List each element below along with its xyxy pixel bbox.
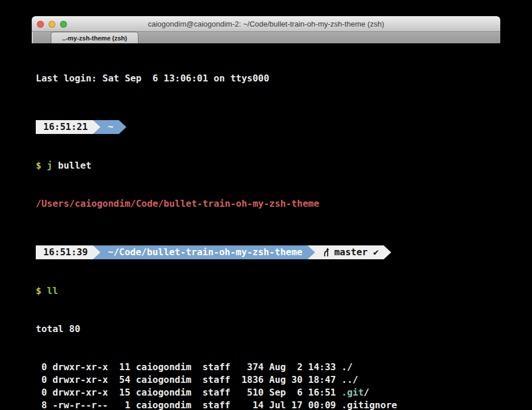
powerline-arrow-icon [308, 245, 315, 259]
powerline-arrow-icon [384, 245, 391, 259]
listing-row-meta: 0 drwxr-xr-x 54 caiogondim staff 1836 Au… [36, 374, 342, 385]
window-title: caiogondim@caiogondim-2: ~/Code/bullet-t… [32, 20, 500, 28]
powerline-arrow-icon [93, 245, 100, 259]
git-clean-check-icon: ✔ [373, 246, 379, 259]
directory-listing: 0 drwxr-xr-x 11 caiogondim staff 374 Aug… [36, 361, 500, 410]
listing-file-name: ./ [342, 361, 353, 372]
listing-file-name: .gitignore [342, 400, 397, 410]
listing-row-meta: 0 drwxr-xr-x 15 caiogondim staff 510 Sep… [36, 387, 342, 398]
listing-file-name: ../ [342, 374, 358, 385]
prompt-time-segment: 16:51:39 [36, 245, 93, 259]
listing-row: 8 -rw-r--r-- 1 caiogondim staff 14 Jul 1… [36, 399, 500, 410]
command-line: $ ll [36, 285, 500, 297]
minimize-button[interactable] [48, 21, 55, 28]
git-branch-icon [323, 247, 330, 258]
listing-row-meta: 8 -rw-r--r-- 1 caiogondim staff 14 Jul 1… [36, 400, 342, 410]
powerline-arrow-icon [93, 120, 100, 134]
listing-row: 0 drwxr-xr-x 11 caiogondim staff 374 Aug… [36, 361, 500, 374]
terminal-content[interactable]: Last login: Sat Sep 6 13:06:01 on ttys00… [32, 44, 500, 410]
listing-dir-slash: / [364, 387, 369, 398]
prompt-path-segment: ~/Code/bullet-train-oh-my-zsh-theme [100, 245, 308, 259]
prompt-bar: 16:51:39~/Code/bullet-train-oh-my-zsh-th… [36, 245, 500, 259]
git-branch-name: master [334, 246, 373, 259]
prompt-symbol: $ [36, 285, 42, 296]
prompt-path-segment: ~ [100, 120, 119, 134]
desktop-background: caiogondim@caiogondim-2: ~/Code/bullet-t… [0, 0, 532, 410]
command-output-jump-path: /Users/caiogondim/Code/bullet-train-oh-m… [36, 197, 500, 210]
command-token: j [42, 160, 53, 171]
prompt-time-segment: 16:51:21 [36, 120, 93, 134]
command-token: bullet [53, 160, 91, 171]
listing-row: 0 drwxr-xr-x 15 caiogondim staff 510 Sep… [36, 386, 500, 399]
listing-file-name: .git [342, 387, 364, 398]
tab-label: ..-my-zsh-theme (zsh) [62, 35, 127, 42]
close-button[interactable] [37, 21, 44, 28]
prompt-symbol: $ [36, 160, 42, 171]
powerline-arrow-icon [119, 120, 126, 134]
command-output-total: total 80 [36, 323, 500, 336]
tab-active[interactable]: ..-my-zsh-theme (zsh) [51, 32, 138, 43]
titlebar[interactable]: caiogondim@caiogondim-2: ~/Code/bullet-t… [32, 16, 500, 32]
listing-row-meta: 0 drwxr-xr-x 11 caiogondim staff 374 Aug… [36, 361, 342, 372]
prompt-git-segment: master ✔ [315, 245, 384, 259]
command-line: $ j bullet [36, 159, 500, 172]
prompt-bar: 16:51:21~ [36, 120, 500, 134]
zoom-button[interactable] [60, 21, 67, 28]
traffic-lights [37, 17, 67, 31]
command-token: ll [42, 285, 58, 296]
tab-bar: ..-my-zsh-theme (zsh) [32, 32, 500, 44]
last-login-line: Last login: Sat Sep 6 13:06:01 on ttys00… [36, 72, 500, 85]
terminal-window: caiogondim@caiogondim-2: ~/Code/bullet-t… [32, 16, 500, 410]
listing-row: 0 drwxr-xr-x 54 caiogondim staff 1836 Au… [36, 374, 500, 386]
